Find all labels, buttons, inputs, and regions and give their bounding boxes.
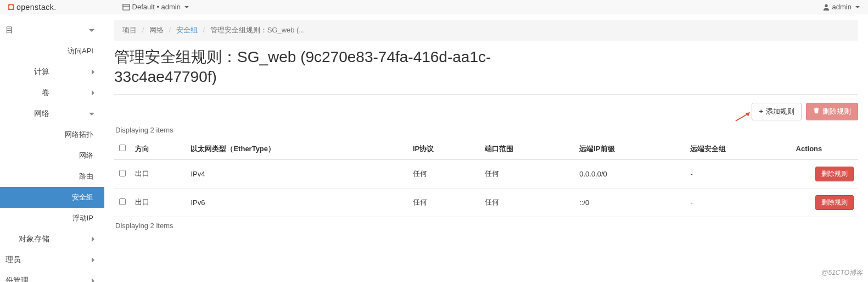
th-actions: Actions [792,139,858,160]
th-protocol[interactable]: IP协议 [408,139,480,160]
svg-rect-0 [122,4,129,10]
nav-identity[interactable]: 份管理 [0,270,104,282]
logo-icon: ◘ [8,1,14,13]
nav-api-access[interactable]: 访问API [0,41,104,62]
logo-text: openstack. [16,3,57,12]
cell-port: 任何 [480,188,575,217]
rules-table: 方向 以太网类型（EtherType） IP协议 端口范围 远端IP前缀 远端安… [114,139,858,217]
table-row: 出口 IPv4 任何 任何 0.0.0.0/0 - 删除规则 [114,159,858,188]
row-checkbox[interactable] [119,198,126,205]
cell-direction: 出口 [131,188,186,217]
content-area: 项目 / 网络 / 安全组 / 管理安全组规则：SG_web (... 管理安全… [104,14,868,282]
svg-line-3 [736,113,749,121]
table-actions: + 添加规则 删除规则 [114,103,858,120]
cell-remote-ip: ::/0 [575,188,686,217]
breadcrumb-item[interactable]: 网络 [149,26,164,34]
chevron-right-icon [92,69,94,75]
delete-rule-button[interactable]: 删除规则 [815,195,854,210]
divider [114,94,858,95]
nav-compute[interactable]: 计算 [0,62,104,82]
chevron-right-icon [92,236,94,242]
display-count-top: Displaying 2 items [115,126,857,134]
chevron-right-icon [92,278,94,282]
svg-point-2 [825,4,827,7]
nav-routers[interactable]: 路由 [0,166,104,187]
cell-protocol: 任何 [408,188,480,217]
nav-volumes[interactable]: 卷 [0,82,104,103]
cell-direction: 出口 [131,159,186,188]
sidebar: 目 访问API 计算 卷 网络 网络拓扑 网络 路由 安全组 浮动IP 对象存储… [0,14,104,282]
cell-protocol: 任何 [408,159,480,188]
chevron-right-icon [92,257,94,263]
logo[interactable]: ◘ openstack. [8,1,57,13]
nav-object-storage[interactable]: 对象存储 [0,229,104,250]
th-direction[interactable]: 方向 [131,139,186,160]
chevron-down-icon [89,113,94,115]
topbar: ◘ openstack. Default • admin admin [0,0,868,14]
user-menu-dropdown[interactable]: admin [822,3,860,11]
table-row: 出口 IPv6 任何 任何 ::/0 - 删除规则 [114,188,858,217]
nav-security-groups[interactable]: 安全组 [0,187,104,208]
project-context-dropdown[interactable]: Default • admin [122,3,189,11]
th-ethertype[interactable]: 以太网类型（EtherType） [186,139,408,160]
nav-topology[interactable]: 网络拓扑 [0,124,104,145]
cell-ethertype: IPv6 [186,188,408,217]
svg-marker-4 [746,112,750,117]
page-title: 管理安全组规则：SG_web (9c270e83-74fa-416d-aa1c-… [114,47,520,87]
chevron-down-icon [89,29,94,32]
context-label: Default • admin [132,3,181,11]
table-header-row: 方向 以太网类型（EtherType） IP协议 端口范围 远端IP前缀 远端安… [114,139,858,160]
row-checkbox[interactable] [119,170,126,176]
watermark: @51CTO博客 [821,268,863,278]
select-all-checkbox[interactable] [119,145,126,151]
delete-rules-label: 删除规则 [822,107,851,117]
domain-icon [122,3,130,11]
th-port-range[interactable]: 端口范围 [480,139,575,160]
th-remote-sg[interactable]: 远端安全组 [686,139,791,160]
cell-remote-sg: - [686,159,791,188]
delete-rule-button[interactable]: 删除规则 [815,167,854,181]
add-rule-label: 添加规则 [766,107,794,117]
cell-port: 任何 [480,159,575,188]
nav-admin[interactable]: 理员 [0,250,104,270]
breadcrumb-current: 管理安全组规则：SG_web (... [210,26,305,34]
breadcrumb-item[interactable]: 项目 [122,26,137,34]
add-rule-button[interactable]: + 添加规则 [752,103,802,120]
user-label: admin [832,3,852,11]
cell-remote-ip: 0.0.0.0/0 [575,159,686,188]
user-icon [822,3,830,11]
plus-icon: + [759,107,763,115]
breadcrumb: 项目 / 网络 / 安全组 / 管理安全组规则：SG_web (... [114,20,858,41]
nav-networks[interactable]: 网络 [0,145,104,166]
breadcrumb-link-secgroups[interactable]: 安全组 [176,26,198,34]
nav-network[interactable]: 网络 [0,103,104,124]
display-count-bottom: Displaying 2 items [115,222,857,230]
nav-project[interactable]: 目 [0,20,104,41]
th-remote-ip[interactable]: 远端IP前缀 [575,139,686,160]
trash-icon [813,107,820,115]
cell-remote-sg: - [686,188,791,217]
caret-down-icon [855,6,860,8]
chevron-right-icon [92,90,94,96]
annotation-arrow-icon [735,111,751,124]
cell-ethertype: IPv4 [186,159,408,188]
nav-floating-ip[interactable]: 浮动IP [0,208,104,229]
caret-down-icon [184,6,189,8]
delete-rules-button[interactable]: 删除规则 [806,103,858,120]
